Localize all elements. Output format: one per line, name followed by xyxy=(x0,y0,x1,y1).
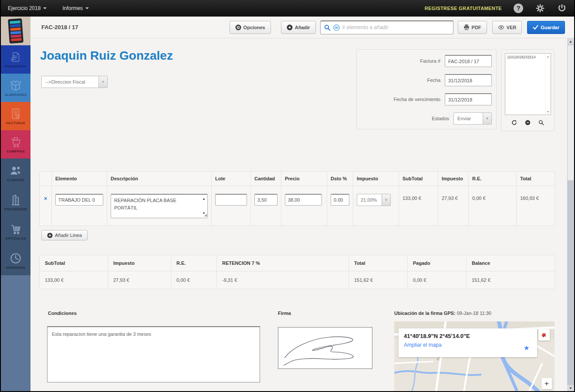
estados-select-value: Enviar xyxy=(454,116,483,121)
map-enlarge-link[interactable]: Ampliar el mapa xyxy=(404,342,532,348)
scroll-up-icon[interactable]: ▲ xyxy=(202,196,206,202)
menu-informes[interactable]: Informes xyxy=(54,0,97,17)
scroll-down-icon[interactable]: ▼ xyxy=(547,110,550,113)
firma-label: Firma xyxy=(278,311,291,316)
elemento-input[interactable] xyxy=(55,194,103,206)
refresh-attachment-icon[interactable] xyxy=(511,119,517,127)
totals-header-row: SubTotal Impuesto R.E. RETENCION 7 % Tot… xyxy=(40,255,555,271)
totals-col-re: R.E. xyxy=(171,255,217,271)
col-elemento: Elemento xyxy=(52,172,107,186)
guardar-label: Guardar xyxy=(541,25,559,30)
fecha-label: Fecha xyxy=(427,78,440,83)
sidebar-item-articulos[interactable]: ARTICULOS xyxy=(1,217,30,246)
anadir-button[interactable]: Añadir xyxy=(281,21,316,34)
factura-input[interactable] xyxy=(445,55,492,67)
plus-circle-icon xyxy=(287,24,293,30)
sidebar-item-presupuestos[interactable]: PRESUPUES xyxy=(1,45,30,74)
lines-header-row: Elemento Descripción Lote Cantidad Preci… xyxy=(40,172,555,186)
fecha-input[interactable] xyxy=(445,74,492,86)
register-link[interactable]: REGISTRESE GRATUITAMENTE xyxy=(425,6,502,11)
building-icon xyxy=(9,193,22,206)
sidebar-item-facturas[interactable]: FACTURAS xyxy=(1,102,30,130)
sidebar-item-albaranes[interactable]: ALBARANES xyxy=(1,74,30,102)
sidebar-item-label: ALBARANES xyxy=(5,93,27,97)
col-impuesto2: Impuesto xyxy=(438,172,469,186)
star-icon[interactable]: ★ xyxy=(524,344,529,352)
sidebar-item-compras[interactable]: COMPRAS xyxy=(1,130,30,159)
total-re: 0,00 € xyxy=(171,271,217,289)
map-zoom-in-button[interactable]: + xyxy=(541,378,552,389)
map-coordinates: 41°40'18.9"N 2°45'14.0"E xyxy=(404,333,532,339)
eye-icon xyxy=(498,25,504,30)
menu-ejercicio-label: Ejercicio 2018 xyxy=(8,5,41,11)
quote-document-icon xyxy=(9,51,22,64)
cantidad-input[interactable] xyxy=(254,194,277,206)
sidebar: PRESUPUES ALBARANES FACTURAS COMPRAS CLI… xyxy=(1,17,30,391)
col-dsto: Dsto % xyxy=(327,172,353,186)
guardar-button[interactable]: Guardar xyxy=(527,21,565,34)
clock-icon xyxy=(9,252,22,265)
total-balance: 151,62 € xyxy=(467,271,555,289)
people-icon xyxy=(9,164,22,177)
precio-input[interactable] xyxy=(285,194,322,206)
scroll-up-icon[interactable]: ▲ xyxy=(547,55,550,58)
col-re: R.E. xyxy=(469,172,517,186)
chevron-down-icon: ˅ xyxy=(98,76,107,88)
lote-input[interactable] xyxy=(215,194,247,206)
listbox-scrollbar[interactable]: ▲▼ xyxy=(545,54,550,114)
gear-icon[interactable] xyxy=(535,3,545,14)
sidebar-item-clientes[interactable]: CLIENTES xyxy=(1,159,30,188)
dsto-input[interactable] xyxy=(331,194,349,206)
plus-circle-icon xyxy=(47,233,53,238)
page-scrollbar[interactable]: ▲ ▼ xyxy=(567,38,574,391)
help-icon[interactable]: ? xyxy=(513,3,524,14)
scrollbar-thumb[interactable] xyxy=(568,45,574,180)
ver-label: VER xyxy=(507,25,517,30)
scroll-up-icon[interactable]: ▲ xyxy=(567,38,574,44)
totals-table: SubTotal Impuesto R.E. RETENCION 7 % Tot… xyxy=(39,255,555,289)
ver-button[interactable]: VER xyxy=(492,21,522,34)
condiciones-textarea[interactable]: Esta reparacion tiene una garantia de 3 … xyxy=(47,326,260,382)
anadir-label: Añadir xyxy=(295,25,310,30)
map[interactable]: Pau Casals 41°40'18.9"N 2°45'14.0"E Ampl… xyxy=(394,321,555,391)
add-line-label: Añadir Linea xyxy=(55,233,82,238)
impuesto-select[interactable]: 21.00% ˅ xyxy=(357,194,391,206)
resize-handle-icon[interactable]: ◢ xyxy=(204,213,207,218)
gps-location-line: Ubicación de la firma GPS: 09-Jan-18 11:… xyxy=(394,311,491,316)
power-icon[interactable] xyxy=(557,3,567,14)
chevron-down-icon: ˅ xyxy=(382,194,390,206)
attachments-listbox[interactable]: 11012018231514 ▲▼ xyxy=(505,53,551,115)
line-total: 160,93 € xyxy=(517,186,555,226)
pdf-button[interactable]: PDF xyxy=(458,21,487,34)
vencimiento-label: Fecha de vencimiento xyxy=(393,97,440,102)
sidebar-item-proveedor[interactable]: PROVEEDOR xyxy=(1,188,30,217)
shopping-cart-icon xyxy=(9,135,22,149)
sidebar-item-horarios[interactable]: HORARIOS xyxy=(1,246,30,275)
delete-attachment-icon[interactable] xyxy=(525,119,531,127)
descripcion-textarea[interactable]: REPARACIÓN PLACA BASE PORTÁTIL ▲▼ ◢ xyxy=(111,194,208,218)
opciones-button[interactable]: Opciones xyxy=(230,21,271,34)
address-select-value: -->Direccion Fiscal xyxy=(42,79,98,84)
search-input[interactable] xyxy=(342,24,450,30)
col-subtotal: SubTotal xyxy=(399,172,438,186)
line-row: × REPARACIÓN PLACA BASE PORTÁTIL ▲▼ ◢ 21… xyxy=(40,186,555,226)
menu-ejercicio[interactable]: Ejercicio 2018 xyxy=(0,0,54,17)
attachment-item[interactable]: 11012018231514 xyxy=(507,55,536,59)
totals-value-row: 133,00 € 27,93 € 0,00 € -9,31 € 151,62 €… xyxy=(40,271,555,289)
add-line-button[interactable]: Añadir Linea xyxy=(41,230,88,240)
descripcion-text: REPARACIÓN PLACA BASE PORTÁTIL xyxy=(114,198,176,210)
chevron-down-icon xyxy=(85,7,89,9)
app-logo[interactable] xyxy=(1,17,30,45)
scroll-down-icon[interactable]: ▼ xyxy=(567,385,574,391)
attachments-panel: 11012018231514 ▲▼ xyxy=(501,49,555,131)
printer-icon xyxy=(463,24,470,30)
line-subtotal: 133,00 € xyxy=(399,186,438,226)
map-marker-red-icon[interactable] xyxy=(538,329,550,341)
vencimiento-input[interactable] xyxy=(445,93,492,105)
address-select[interactable]: -->Direccion Fiscal ˅ xyxy=(41,76,108,88)
delete-line-icon[interactable]: × xyxy=(44,196,47,202)
sidebar-item-label: HORARIOS xyxy=(6,266,25,270)
view-attachment-icon[interactable] xyxy=(538,119,544,127)
estados-select[interactable]: Enviar ˅ xyxy=(453,112,492,125)
signature-image xyxy=(278,328,373,369)
